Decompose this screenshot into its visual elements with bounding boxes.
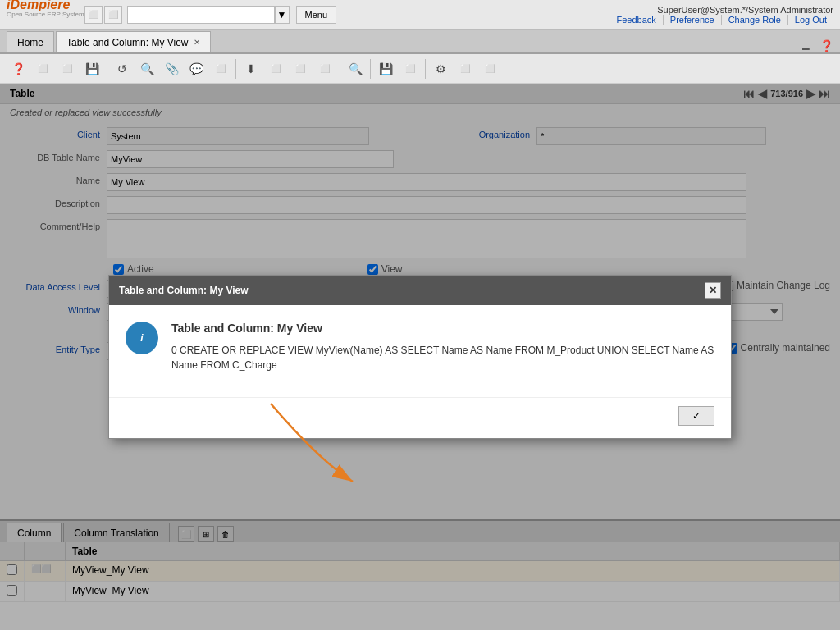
dialog-ok-icon: ✓ (692, 410, 701, 422)
tb-new-btn[interactable]: ⬜ (31, 57, 54, 80)
tb-copy-btn[interactable]: ⬜ (56, 57, 79, 80)
tb-info-btn[interactable]: ⬜ (454, 57, 477, 80)
tab-close-icon[interactable]: ✕ (194, 38, 200, 47)
preference-link[interactable]: Preference (664, 15, 722, 25)
top-icon-square1[interactable]: ⬜ (84, 6, 103, 24)
dialog-body: i Table and Column: My View 0 CREATE OR … (109, 305, 731, 381)
dialog-info-icon: i (126, 322, 158, 354)
minimize-icon[interactable]: 🗕 (800, 39, 811, 52)
top-links: Feedback Preference Change Role Log Out (610, 15, 833, 25)
dialog-close-btn[interactable]: ✕ (705, 282, 721, 299)
top-bar: iDempiereOpen Source ERP System ⬜ ⬜ ▼ Me… (0, 0, 840, 30)
tb-down-btn[interactable]: ⬇ (240, 57, 262, 80)
tab-right-controls: 🗕 ❓ (800, 39, 833, 52)
tb-search-btn[interactable]: 🔍 (135, 57, 158, 80)
dialog-row: i Table and Column: My View 0 CREATE OR … (126, 322, 714, 372)
tb-print-btn[interactable]: 💾 (374, 57, 397, 80)
dialog-footer: ✓ (109, 397, 731, 434)
dialog-titlebar: Table and Column: My View ✕ (109, 276, 731, 305)
dialog-content: Table and Column: My View 0 CREATE OR RE… (171, 322, 714, 372)
top-icon-square2[interactable]: ⬜ (104, 6, 122, 24)
feedback-link[interactable]: Feedback (610, 15, 664, 25)
menu-button[interactable]: Menu (296, 6, 337, 24)
tb-grid-btn[interactable]: ⬜ (264, 57, 287, 80)
top-icons: ⬜ ⬜ (84, 6, 122, 24)
change-role-link[interactable]: Change Role (722, 15, 788, 25)
tab-home-label: Home (17, 37, 43, 48)
tb-sep5 (425, 59, 426, 79)
tb-find-btn[interactable]: 🔍 (344, 57, 367, 80)
tb-mail-btn[interactable]: ⬜ (399, 57, 422, 80)
dialog-overlay: Table and Column: My View ✕ i Table and … (0, 84, 840, 630)
tb-settings-btn[interactable]: ⚙ (429, 57, 452, 80)
main-area: Table ⏮ ◀ 713/916 ▶ ⏭ Created or replace… (0, 84, 840, 630)
tb-help-btn[interactable]: ❓ (7, 57, 30, 80)
toolbar: ❓ ⬜ ⬜ 💾 ↺ 🔍 📎 💬 ⬜ ⬇ ⬜ ⬜ ⬜ 🔍 💾 ⬜ ⚙ ⬜ ⬜ (0, 54, 840, 84)
top-right: SuperUser@System.*/System Administrator … (610, 5, 833, 25)
window-selector[interactable] (127, 6, 275, 24)
tab-table-column[interactable]: Table and Column: My View ✕ (56, 31, 211, 52)
tb-chart-btn[interactable]: ⬜ (289, 57, 312, 80)
tb-refresh-btn[interactable]: ↺ (111, 57, 134, 80)
help-icon[interactable]: ❓ (819, 39, 833, 52)
dialog-ok-btn[interactable]: ✓ (678, 406, 714, 426)
tb-export-btn[interactable]: ⬜ (313, 57, 336, 80)
logo: iDempiereOpen Source ERP System (7, 0, 84, 31)
tb-save-btn[interactable]: 💾 (80, 57, 103, 80)
dialog-icon-label: i (140, 332, 143, 344)
dialog-message-title: Table and Column: My View (171, 322, 714, 335)
dialog-message-text: 0 CREATE OR REPLACE VIEW MyView(Name) AS… (171, 343, 714, 372)
tb-history-btn[interactable]: ⬜ (209, 57, 232, 80)
tab-table-column-label: Table and Column: My View (66, 37, 189, 48)
tb-sep3 (340, 59, 340, 79)
tb-extra-btn[interactable]: ⬜ (478, 57, 501, 80)
tb-sep4 (370, 59, 371, 79)
user-info: SuperUser@System.*/System Administrator (657, 5, 833, 15)
dialog: Table and Column: My View ✕ i Table and … (108, 275, 732, 439)
tb-attach-btn[interactable]: 📎 (160, 57, 183, 80)
tab-home[interactable]: Home (7, 31, 54, 52)
tb-sep2 (235, 59, 236, 79)
dialog-title: Table and Column: My View (119, 285, 249, 296)
tb-sep1 (107, 59, 107, 79)
tab-bar: Home Table and Column: My View ✕ 🗕 ❓ (0, 30, 840, 54)
window-dropdown-arrow[interactable]: ▼ (275, 6, 290, 24)
tb-chat-btn[interactable]: 💬 (185, 57, 208, 80)
logout-link[interactable]: Log Out (788, 15, 833, 25)
